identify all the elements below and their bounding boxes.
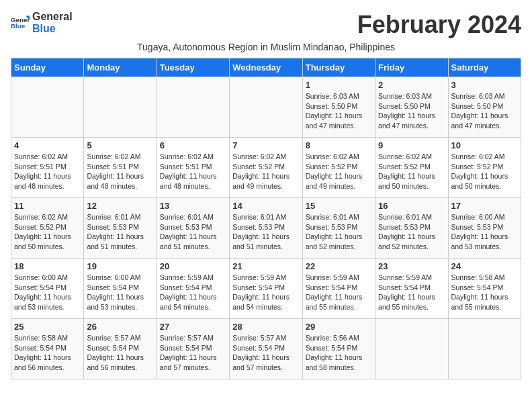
logo: General Blue General Blue [11,11,73,34]
day-number: 28 [232,322,299,332]
calendar-cell: 6Sunrise: 6:02 AMSunset: 5:51 PMDaylight… [157,138,229,198]
day-info: Sunrise: 6:02 AMSunset: 5:51 PMDaylight:… [160,152,226,191]
day-number: 3 [451,80,518,90]
day-info: Sunrise: 6:03 AMSunset: 5:50 PMDaylight:… [306,91,372,131]
day-info: Sunrise: 5:56 AMSunset: 5:54 PMDaylight:… [306,333,372,373]
calendar-cell: 1Sunrise: 6:03 AMSunset: 5:50 PMDaylight… [302,77,375,138]
calendar-cell [448,319,521,379]
calendar-cell: 7Sunrise: 6:02 AMSunset: 5:52 PMDaylight… [230,138,302,198]
day-info: Sunrise: 5:57 AMSunset: 5:54 PMDaylight:… [87,333,153,373]
calendar-cell: 21Sunrise: 5:59 AMSunset: 5:54 PMDayligh… [230,259,302,319]
day-info: Sunrise: 6:01 AMSunset: 5:53 PMDaylight:… [87,212,153,252]
calendar-cell: 10Sunrise: 6:02 AMSunset: 5:52 PMDayligh… [448,138,521,198]
day-number: 26 [87,322,153,332]
calendar-table: SundayMondayTuesdayWednesdayThursdayFrid… [11,58,521,379]
svg-text:Blue: Blue [11,22,26,30]
calendar-cell: 27Sunrise: 5:57 AMSunset: 5:54 PMDayligh… [157,319,229,379]
day-number: 2 [378,80,445,90]
day-number: 27 [160,322,226,332]
month-title: February 2024 [357,11,521,39]
day-number: 4 [14,140,81,150]
day-info: Sunrise: 6:02 AMSunset: 5:52 PMDaylight:… [306,152,372,191]
week-row-3: 11Sunrise: 6:02 AMSunset: 5:52 PMDayligh… [11,198,521,259]
header-thursday: Thursday [302,58,375,77]
calendar-header-row: SundayMondayTuesdayWednesdayThursdayFrid… [11,58,521,77]
day-info: Sunrise: 6:02 AMSunset: 5:52 PMDaylight:… [232,152,299,191]
calendar-cell: 29Sunrise: 5:56 AMSunset: 5:54 PMDayligh… [302,319,375,379]
logo-line1: General [32,11,73,23]
calendar-cell: 19Sunrise: 6:00 AMSunset: 5:54 PMDayligh… [84,259,157,319]
calendar-cell [375,319,448,379]
day-info: Sunrise: 6:00 AMSunset: 5:54 PMDaylight:… [14,273,81,312]
day-number: 15 [306,201,372,211]
day-info: Sunrise: 5:59 AMSunset: 5:54 PMDaylight:… [232,273,299,312]
header-tuesday: Tuesday [157,58,229,77]
calendar-cell: 16Sunrise: 6:01 AMSunset: 5:53 PMDayligh… [375,198,448,259]
week-row-2: 4Sunrise: 6:02 AMSunset: 5:51 PMDaylight… [11,138,521,198]
week-row-5: 25Sunrise: 5:58 AMSunset: 5:54 PMDayligh… [11,319,521,379]
logo-icon: General Blue [11,13,30,32]
calendar-cell: 12Sunrise: 6:01 AMSunset: 5:53 PMDayligh… [84,198,157,259]
calendar-cell: 13Sunrise: 6:01 AMSunset: 5:53 PMDayligh… [157,198,229,259]
day-number: 5 [87,140,153,150]
day-info: Sunrise: 6:03 AMSunset: 5:50 PMDaylight:… [378,91,445,131]
header-monday: Monday [84,58,157,77]
day-info: Sunrise: 6:01 AMSunset: 5:53 PMDaylight:… [232,212,299,252]
day-number: 24 [451,261,518,271]
day-info: Sunrise: 5:57 AMSunset: 5:54 PMDaylight:… [232,333,299,373]
calendar-cell: 2Sunrise: 6:03 AMSunset: 5:50 PMDaylight… [375,77,448,138]
day-number: 12 [87,201,153,211]
day-info: Sunrise: 6:02 AMSunset: 5:51 PMDaylight:… [87,152,153,191]
calendar-cell: 14Sunrise: 6:01 AMSunset: 5:53 PMDayligh… [230,198,302,259]
day-info: Sunrise: 6:02 AMSunset: 5:51 PMDaylight:… [14,152,81,191]
day-number: 22 [306,261,372,271]
week-row-4: 18Sunrise: 6:00 AMSunset: 5:54 PMDayligh… [11,259,521,319]
day-number: 21 [232,261,299,271]
calendar-cell: 26Sunrise: 5:57 AMSunset: 5:54 PMDayligh… [84,319,157,379]
day-info: Sunrise: 6:00 AMSunset: 5:54 PMDaylight:… [87,273,153,312]
day-info: Sunrise: 5:59 AMSunset: 5:54 PMDaylight:… [160,273,226,312]
calendar-cell: 28Sunrise: 5:57 AMSunset: 5:54 PMDayligh… [230,319,302,379]
day-number: 13 [160,201,226,211]
calendar-cell: 15Sunrise: 6:01 AMSunset: 5:53 PMDayligh… [302,198,375,259]
day-number: 18 [14,261,81,271]
calendar-cell: 11Sunrise: 6:02 AMSunset: 5:52 PMDayligh… [11,198,84,259]
day-number: 25 [14,322,81,332]
calendar-cell: 22Sunrise: 5:59 AMSunset: 5:54 PMDayligh… [302,259,375,319]
calendar-cell: 8Sunrise: 6:02 AMSunset: 5:52 PMDaylight… [302,138,375,198]
logo-line2: Blue [32,23,73,35]
day-number: 1 [306,80,372,90]
calendar-cell: 5Sunrise: 6:02 AMSunset: 5:51 PMDaylight… [84,138,157,198]
day-number: 7 [232,140,299,150]
day-info: Sunrise: 6:00 AMSunset: 5:53 PMDaylight:… [451,212,518,252]
day-info: Sunrise: 5:58 AMSunset: 5:54 PMDaylight:… [14,333,81,373]
calendar-cell: 17Sunrise: 6:00 AMSunset: 5:53 PMDayligh… [448,198,521,259]
calendar-cell: 23Sunrise: 5:59 AMSunset: 5:54 PMDayligh… [375,259,448,319]
calendar-cell: 18Sunrise: 6:00 AMSunset: 5:54 PMDayligh… [11,259,84,319]
day-number: 8 [306,140,372,150]
day-info: Sunrise: 6:03 AMSunset: 5:50 PMDaylight:… [451,91,518,131]
day-info: Sunrise: 6:02 AMSunset: 5:52 PMDaylight:… [378,152,445,191]
calendar-cell [84,77,157,138]
header-friday: Friday [375,58,448,77]
day-info: Sunrise: 6:02 AMSunset: 5:52 PMDaylight:… [14,212,81,252]
day-info: Sunrise: 5:58 AMSunset: 5:54 PMDaylight:… [451,273,518,312]
header-sunday: Sunday [11,58,84,77]
day-number: 29 [306,322,372,332]
day-number: 20 [160,261,226,271]
calendar-cell: 24Sunrise: 5:58 AMSunset: 5:54 PMDayligh… [448,259,521,319]
calendar-cell: 25Sunrise: 5:58 AMSunset: 5:54 PMDayligh… [11,319,84,379]
calendar-cell: 9Sunrise: 6:02 AMSunset: 5:52 PMDaylight… [375,138,448,198]
day-info: Sunrise: 5:57 AMSunset: 5:54 PMDaylight:… [160,333,226,373]
calendar-cell: 4Sunrise: 6:02 AMSunset: 5:51 PMDaylight… [11,138,84,198]
week-row-1: 1Sunrise: 6:03 AMSunset: 5:50 PMDaylight… [11,77,521,138]
header-wednesday: Wednesday [230,58,302,77]
header: General Blue General Blue February 2024 [11,11,521,39]
calendar-cell [11,77,84,138]
calendar-cell [157,77,229,138]
header-saturday: Saturday [448,58,521,77]
day-number: 11 [14,201,81,211]
day-number: 10 [451,140,518,150]
day-info: Sunrise: 6:01 AMSunset: 5:53 PMDaylight:… [378,212,445,252]
day-number: 6 [160,140,226,150]
